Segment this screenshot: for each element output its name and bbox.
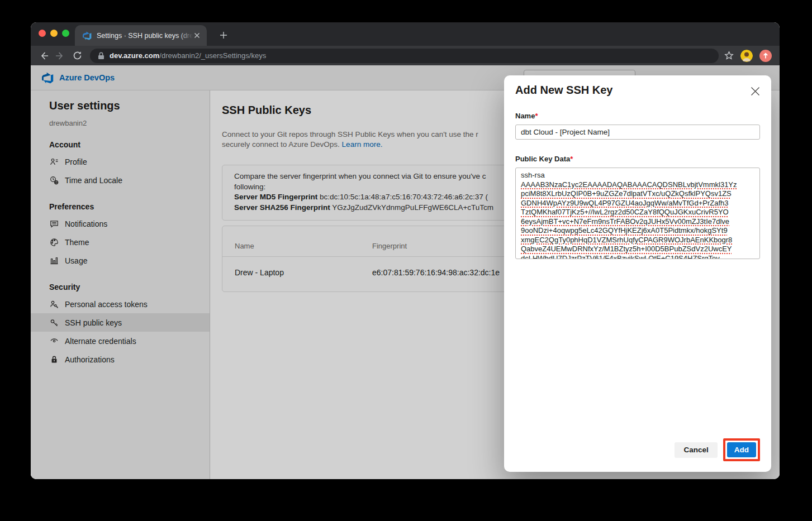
tab-close-icon[interactable]: [194, 32, 200, 39]
name-field-label: Name*: [515, 112, 760, 120]
url-bar[interactable]: dev.azure.com/drewbanin2/_usersSettings/…: [90, 49, 719, 63]
tab-favicon-azure-devops-icon: [83, 31, 92, 40]
back-icon[interactable]: [35, 48, 52, 64]
window-zoom-button[interactable]: [62, 30, 69, 37]
browser-window: Settings · SSH public keys (dre dev.azur…: [31, 22, 780, 479]
modal-close-icon[interactable]: [750, 86, 761, 97]
public-key-data-textarea[interactable]: ssh-rsaAAAAB3NzaC1yc2EAAAADAQABAAACAQDSN…: [515, 168, 760, 259]
browser-toolbar: dev.azure.com/drewbanin2/_usersSettings/…: [31, 46, 780, 65]
add-ssh-key-modal: Add New SSH Key Name* Public Key Data* s…: [504, 75, 771, 472]
add-button[interactable]: Add: [727, 442, 756, 457]
forward-icon[interactable]: [52, 48, 69, 64]
key-name-input[interactable]: [515, 125, 760, 140]
modal-footer: Cancel Add: [675, 438, 760, 461]
traffic-lights: [39, 30, 69, 37]
required-asterisk: *: [535, 112, 538, 120]
url-host: dev.azure.com: [110, 51, 159, 60]
required-asterisk: *: [570, 155, 573, 163]
window-close-button[interactable]: [39, 30, 46, 37]
url-path: /drewbanin2/_usersSettings/keys: [159, 51, 266, 60]
toolbar-right: [724, 50, 772, 62]
page-viewport: Azure DevOps User settings drewbanin2 Ac…: [31, 65, 780, 479]
profile-avatar[interactable]: [740, 50, 753, 62]
tab-strip: Settings · SSH public keys (dre: [31, 22, 780, 46]
public-key-data-label: Public Key Data*: [515, 155, 760, 163]
browser-tab[interactable]: Settings · SSH public keys (dre: [75, 25, 207, 46]
tab-title-fade: [178, 32, 193, 40]
modal-title: Add New SSH Key: [515, 75, 760, 97]
cancel-button[interactable]: Cancel: [675, 442, 717, 458]
annotation-highlight-box: Add: [723, 438, 760, 461]
bookmark-star-icon[interactable]: [724, 51, 734, 60]
key-body-text: AAAAB3NzaC1yc2EAAAADAQABAAACAQDSNBLvbjtV…: [521, 180, 737, 260]
new-tab-button[interactable]: [216, 28, 231, 42]
reload-icon[interactable]: [69, 48, 86, 64]
window-minimize-button[interactable]: [50, 30, 58, 37]
tab-title: Settings · SSH public keys (dre: [97, 32, 193, 40]
key-type-text: ssh-rsa: [521, 171, 545, 179]
lock-icon: [98, 52, 105, 60]
browser-update-icon[interactable]: [759, 50, 772, 62]
